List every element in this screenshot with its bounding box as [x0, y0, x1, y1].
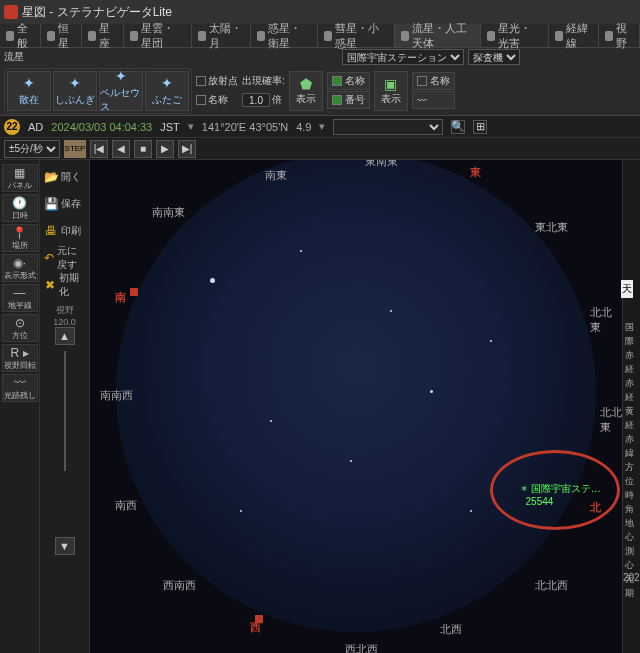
pin-icon: 📍 — [12, 226, 27, 240]
nebula-icon — [130, 31, 138, 41]
meteor-perseids-button[interactable]: ✦ペルセウス — [99, 71, 143, 111]
open-button[interactable]: 📂開く — [40, 164, 89, 190]
satellite-select[interactable]: 国際宇宙ステーション — [342, 49, 464, 65]
info-tab[interactable]: 天 — [621, 280, 633, 298]
sky-view[interactable]: 東南東 南東 南南東 東 東北東 北北東 北北東 北 北北西 北西 西北西 西 … — [90, 160, 622, 653]
check-icon — [417, 76, 427, 86]
coordinates-text: 141°20'E 43°05'N — [202, 121, 288, 133]
display-icon: ◉∙ — [13, 256, 26, 270]
meteor-quadrantids-button[interactable]: ✦しぶんぎ — [53, 71, 97, 111]
compass-icon: ⊙ — [15, 316, 25, 330]
tab-constellation[interactable]: 星座 — [82, 24, 123, 47]
display-mode-button[interactable]: ◉∙表示形式 — [2, 254, 38, 282]
meteor-sporadic-button[interactable]: ✦散在 — [7, 71, 51, 111]
tab-nebula[interactable]: 星雲・星団 — [124, 24, 192, 47]
tab-star[interactable]: 恒星 — [41, 24, 82, 47]
radiant-checkbox[interactable] — [196, 76, 206, 86]
main-area: ▦パネル 🕐日時 📍場所 ◉∙表示形式 —地平線 ⊙方位 R ▸視野回転 〰光跡… — [0, 160, 640, 653]
play-back-button[interactable]: ◀ — [112, 140, 130, 158]
probe-show-button[interactable]: ▣表示 — [374, 71, 408, 111]
satellite-name-toggle[interactable]: 名称 — [327, 72, 370, 90]
right-info-panel: 天 国際 赤経 赤経 黄経 赤緯 方位 時角 地心 測心 元期 202 — [622, 160, 640, 653]
star — [270, 420, 272, 422]
play-forward-button[interactable]: ▶ — [156, 140, 174, 158]
azimuth-button[interactable]: ⊙方位 — [2, 314, 38, 342]
zoom-slider[interactable] — [64, 351, 66, 471]
reset-button[interactable]: ✖初期化 — [40, 272, 89, 298]
moon-phase-badge: 22 — [4, 119, 20, 135]
zoom-in-button[interactable]: ▲ — [55, 327, 75, 345]
dir-se: 南東 — [265, 168, 287, 183]
trail-icon: 〰 — [14, 376, 26, 390]
era-label: AD — [28, 121, 43, 133]
meteor-name-checkbox[interactable] — [196, 95, 206, 105]
folder-icon: 📂 — [44, 170, 58, 184]
constellation-icon — [88, 31, 96, 41]
dir-ese: 東南東 — [365, 160, 398, 169]
meteor-options: 放射点 名称 — [196, 72, 238, 109]
meteor-group: ✦散在 ✦しぶんぎ ✦ペルセウス ✦ふたご — [4, 68, 192, 114]
time-speed-select[interactable]: ±5分/秒 — [4, 140, 60, 158]
tab-general[interactable]: 全般 — [0, 24, 41, 47]
dir-s: 南 — [115, 290, 126, 305]
rate-input[interactable] — [242, 93, 270, 107]
tab-sunmoon[interactable]: 太陽・月 — [192, 24, 251, 47]
info-lines: 国際 赤経 赤経 黄経 赤緯 方位 時角 地心 測心 元期 — [625, 320, 640, 600]
panel-button[interactable]: ▦パネル — [2, 164, 38, 192]
meteor-icon: ✦ — [23, 75, 35, 91]
undo-button[interactable]: ↶元に戻す — [40, 245, 89, 271]
horizon-button[interactable]: —地平線 — [2, 284, 38, 312]
timezone-text: JST — [160, 121, 180, 133]
search-button[interactable]: 🔍 — [451, 120, 465, 134]
save-button[interactable]: 💾保存 — [40, 191, 89, 217]
star — [490, 340, 492, 342]
dir-n: 北 — [590, 500, 601, 515]
stop-button[interactable]: ■ — [134, 140, 152, 158]
tab-skyglow[interactable]: 星光・光害 — [481, 24, 549, 47]
satellite-number-toggle[interactable]: 番号 — [327, 91, 370, 109]
left-sidebar: ▦パネル 🕐日時 📍場所 ◉∙表示形式 —地平線 ⊙方位 R ▸視野回転 〰光跡… — [0, 160, 40, 653]
grid-lines-icon — [555, 31, 563, 41]
app-icon — [4, 5, 18, 19]
dir-nne: 北北東 — [600, 405, 622, 435]
meteor-geminids-button[interactable]: ✦ふたご — [145, 71, 189, 111]
print-icon: 🖶 — [44, 224, 58, 238]
fov-label: 視野 120.0 — [53, 304, 76, 327]
zoom-out-button[interactable]: ▼ — [55, 537, 75, 555]
tab-meteor-satellite[interactable]: 流星・人工天体 — [395, 24, 481, 47]
print-button[interactable]: 🖶印刷 — [40, 218, 89, 244]
category-tabs: 全般 恒星 星座 星雲・星団 太陽・月 惑星・衛星 彗星・小惑星 流星・人工天体… — [0, 24, 640, 48]
star — [470, 510, 472, 512]
trail-button[interactable]: 〰光跡残し — [2, 374, 38, 402]
meteor-icon: ✦ — [115, 68, 127, 84]
dir-sse: 南南東 — [152, 205, 185, 220]
satellite-icon: ⬟ — [300, 76, 312, 92]
save-icon: 💾 — [44, 197, 58, 211]
titlebar: 星図 - ステラナビゲータLite — [0, 0, 640, 24]
tab-grid[interactable]: 経緯線 — [549, 24, 599, 47]
location-select[interactable] — [333, 119, 443, 135]
skip-forward-button[interactable]: ▶| — [178, 140, 196, 158]
route-icon: 〰 — [417, 95, 427, 106]
satellite-label-group: 名称 番号 — [327, 72, 370, 109]
probe-route-toggle[interactable]: 〰 — [412, 91, 455, 109]
tab-view[interactable]: 視野 — [599, 24, 640, 47]
sun-icon — [198, 31, 206, 41]
star-icon — [47, 31, 55, 41]
star — [300, 250, 302, 252]
fov-rotate-button[interactable]: R ▸視野回転 — [2, 344, 38, 372]
planet-icon — [257, 31, 265, 41]
datetime-button[interactable]: 🕐日時 — [2, 194, 38, 222]
probe-select[interactable]: 探査機 — [468, 49, 520, 65]
meteor-section-label: 流星 — [4, 50, 24, 64]
probe-name-toggle[interactable]: 名称 — [412, 72, 455, 90]
location-button[interactable]: 📍場所 — [2, 224, 38, 252]
comet-icon — [324, 31, 332, 41]
reset-icon: ✖ — [44, 278, 56, 292]
meteor-icon: ✦ — [161, 75, 173, 91]
satellite-show-button[interactable]: ⬟表示 — [289, 71, 323, 111]
settings-button[interactable]: ⊞ — [473, 120, 487, 134]
tab-comet[interactable]: 彗星・小惑星 — [318, 24, 395, 47]
tab-planet[interactable]: 惑星・衛星 — [251, 24, 319, 47]
skip-back-button[interactable]: |◀ — [90, 140, 108, 158]
